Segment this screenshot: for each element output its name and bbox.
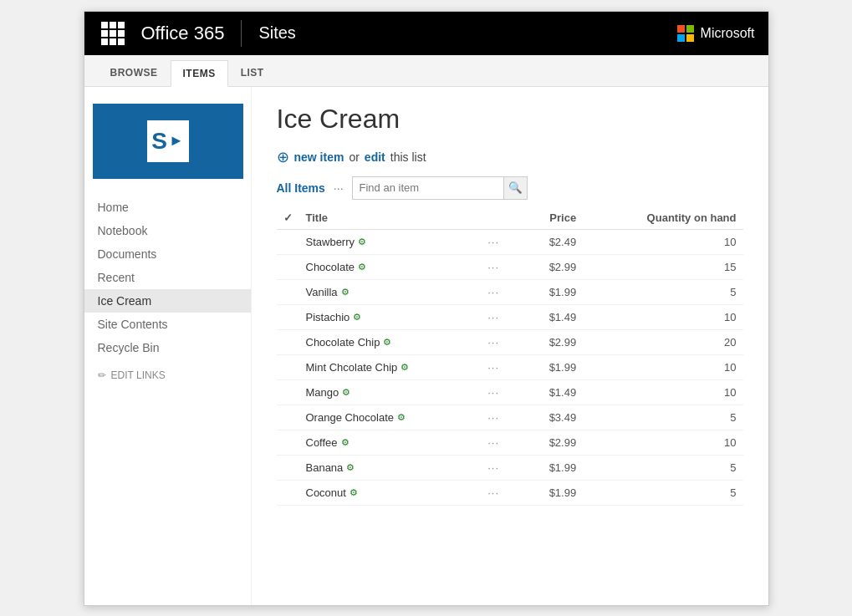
main-content: Ice Cream ⊕ new item or edit this list A… — [252, 87, 768, 605]
row-check — [277, 254, 299, 279]
s-letter: S — [151, 128, 167, 155]
item-options-button[interactable]: ··· — [487, 236, 499, 248]
row-qty: 5 — [583, 279, 742, 304]
item-gear-icon[interactable]: ⚙ — [342, 387, 350, 398]
row-price: $1.99 — [520, 279, 584, 304]
row-price: $2.99 — [520, 430, 584, 455]
row-qty: 5 — [583, 480, 742, 505]
item-gear-icon[interactable]: ⚙ — [383, 337, 391, 348]
item-gear-icon[interactable]: ⚙ — [341, 437, 349, 448]
item-name-text: Banana — [306, 461, 344, 474]
item-options-button[interactable]: ··· — [487, 261, 499, 273]
row-title: Vanilla ⚙ — [299, 279, 482, 304]
item-name-text: Coffee — [306, 436, 338, 449]
sidebar-item-site-contents[interactable]: Site Contents — [84, 313, 251, 336]
view-options-button[interactable]: ··· — [334, 181, 344, 195]
sidebar-item-recent[interactable]: Recent — [84, 266, 251, 289]
row-price: $1.49 — [520, 379, 584, 405]
item-gear-icon[interactable]: ⚙ — [341, 287, 349, 298]
item-options-button[interactable]: ··· — [487, 461, 499, 474]
item-name-text: Pistachio — [306, 311, 350, 323]
item-gear-icon[interactable]: ⚙ — [346, 462, 355, 473]
toolbar-row: All Items ··· 🔍 — [277, 176, 743, 200]
item-gear-icon[interactable]: ⚙ — [397, 412, 406, 423]
row-ellipsis[interactable]: ··· — [481, 279, 519, 304]
sidebar-item-notebook[interactable]: Notebook — [84, 219, 251, 242]
sharepoint-logo: S ► — [93, 104, 243, 179]
row-price: $2.99 — [520, 254, 584, 279]
microsoft-name: Microsoft — [701, 26, 755, 41]
table-row: Mango ⚙ ··· $1.49 10 — [277, 379, 743, 405]
sidebar-item-ice-cream[interactable]: Ice Cream — [84, 289, 251, 313]
tab-browse[interactable]: BROWSE — [98, 59, 171, 86]
all-items-link[interactable]: All Items — [277, 181, 325, 195]
sidebar-item-documents[interactable]: Documents — [84, 242, 251, 266]
item-options-button[interactable]: ··· — [487, 411, 499, 424]
row-check — [277, 354, 299, 379]
sidebar: S ► Home Notebook Documents Recent Ice C… — [84, 87, 252, 605]
item-gear-icon[interactable]: ⚙ — [349, 487, 358, 498]
item-name-text: Orange Chocolate — [306, 411, 395, 424]
row-ellipsis[interactable]: ··· — [481, 304, 519, 329]
s-icon: S ► — [147, 120, 189, 162]
row-ellipsis[interactable]: ··· — [481, 455, 519, 480]
row-qty: 10 — [583, 430, 742, 455]
table-row: Vanilla ⚙ ··· $1.99 5 — [277, 279, 743, 304]
item-options-button[interactable]: ··· — [487, 436, 499, 449]
page-title: Ice Cream — [277, 104, 743, 135]
row-ellipsis[interactable]: ··· — [481, 254, 519, 279]
table-row: Banana ⚙ ··· $1.99 5 — [277, 455, 743, 480]
row-qty: 5 — [583, 405, 742, 430]
col-title: Title — [299, 206, 482, 230]
row-ellipsis[interactable]: ··· — [481, 354, 519, 379]
new-item-link[interactable]: new item — [294, 150, 344, 164]
item-gear-icon[interactable]: ⚙ — [353, 312, 361, 323]
col-qty: Quantity on hand — [583, 206, 742, 230]
tab-items[interactable]: ITEMS — [171, 60, 228, 87]
row-check — [277, 329, 299, 354]
row-title: Mango ⚙ — [299, 379, 482, 405]
row-ellipsis[interactable]: ··· — [481, 229, 519, 254]
microsoft-logo: Microsoft — [677, 25, 755, 42]
waffle-button[interactable] — [98, 18, 128, 48]
row-title: Coconut ⚙ — [299, 480, 482, 505]
item-options-button[interactable]: ··· — [487, 336, 499, 349]
row-check — [277, 229, 299, 254]
item-options-button[interactable]: ··· — [487, 286, 499, 298]
row-title: Orange Chocolate ⚙ — [299, 405, 482, 430]
search-box: 🔍 — [352, 176, 528, 200]
row-price: $1.49 — [520, 304, 584, 329]
title-divider — [241, 20, 242, 47]
row-qty: 15 — [583, 254, 742, 279]
item-gear-icon[interactable]: ⚙ — [358, 237, 366, 247]
ribbon: BROWSE ITEMS LIST — [84, 55, 768, 87]
row-ellipsis[interactable]: ··· — [481, 430, 519, 455]
sidebar-item-recycle-bin[interactable]: Recycle Bin — [84, 336, 251, 359]
row-check — [277, 279, 299, 304]
edit-list-link[interactable]: edit — [365, 150, 385, 164]
row-qty: 5 — [583, 455, 742, 480]
edit-links-button[interactable]: ✏ EDIT LINKS — [84, 359, 251, 391]
row-title: Banana ⚙ — [299, 455, 482, 480]
row-title: Chocolate Chip ⚙ — [299, 329, 482, 354]
row-ellipsis[interactable]: ··· — [481, 329, 519, 354]
row-ellipsis[interactable]: ··· — [481, 379, 519, 405]
table-row: Mint Chcolate Chip ⚙ ··· $1.99 10 — [277, 354, 743, 379]
search-input[interactable] — [353, 177, 503, 199]
table-row: Coconut ⚙ ··· $1.99 5 — [277, 480, 743, 505]
item-gear-icon[interactable]: ⚙ — [358, 262, 366, 272]
tab-list[interactable]: LIST — [228, 59, 277, 86]
search-button[interactable]: 🔍 — [503, 177, 527, 199]
item-options-button[interactable]: ··· — [487, 311, 499, 323]
row-ellipsis[interactable]: ··· — [481, 480, 519, 505]
row-check — [277, 430, 299, 455]
row-qty: 10 — [583, 229, 742, 254]
table-row: Coffee ⚙ ··· $2.99 10 — [277, 430, 743, 455]
item-options-button[interactable]: ··· — [487, 486, 499, 499]
item-options-button[interactable]: ··· — [487, 386, 499, 399]
row-ellipsis[interactable]: ··· — [481, 405, 519, 430]
item-options-button[interactable]: ··· — [487, 361, 499, 374]
item-gear-icon[interactable]: ⚙ — [400, 362, 409, 373]
sidebar-item-home[interactable]: Home — [84, 196, 251, 219]
table-row: Chocolate ⚙ ··· $2.99 15 — [277, 254, 743, 279]
